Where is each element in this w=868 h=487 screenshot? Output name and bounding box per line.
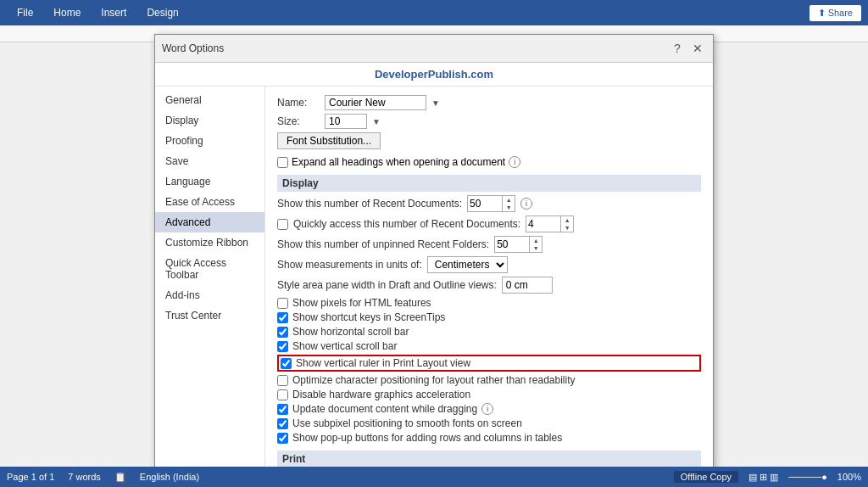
share-button[interactable]: ⬆ Share xyxy=(810,5,861,21)
show-shortcut-checkbox[interactable] xyxy=(277,312,288,323)
style-area-row: Style area pane width in Draft and Outli… xyxy=(277,277,701,294)
nav-item-advanced[interactable]: Advanced xyxy=(155,212,264,232)
font-substitution-button[interactable]: Font Substitution... xyxy=(277,132,381,149)
optimize-char-label: Optimize character positioning for layou… xyxy=(292,374,576,386)
nav-item-display[interactable]: Display xyxy=(155,110,264,131)
status-bar: Page 1 of 1 7 words 📋 English (India) Of… xyxy=(0,467,868,487)
nav-item-save[interactable]: Save xyxy=(155,151,264,171)
offline-badge: Offline Copy xyxy=(674,471,738,483)
show-pixels-checkbox[interactable] xyxy=(277,298,288,309)
recent-docs-up[interactable]: ▲ xyxy=(503,196,515,204)
unpinned-folders-spinner[interactable]: ▲ ▼ xyxy=(494,236,542,253)
status-left: Page 1 of 1 7 words 📋 English (India) xyxy=(7,472,199,483)
nav-item-trust-center[interactable]: Trust Center xyxy=(155,305,264,326)
nav-sidebar: General Display Proofing Save Language E… xyxy=(155,87,265,487)
font-name-row: Name: ▼ xyxy=(277,95,701,110)
unpinned-folders-label: Show this number of unpinned Recent Fold… xyxy=(277,238,489,250)
page-info: Page 1 of 1 xyxy=(7,472,54,482)
unpinned-folders-row: Show this number of unpinned Recent Fold… xyxy=(277,236,701,253)
recent-docs-info-icon[interactable]: i xyxy=(520,198,532,210)
title-bar: File Home Insert Design ⬆ Share xyxy=(0,0,868,25)
spell-check-icon: 📋 xyxy=(114,472,126,483)
help-button[interactable]: ? xyxy=(669,40,686,57)
quick-access-arrows: ▲ ▼ xyxy=(560,216,573,232)
menu-tabs: File Home Insert Design xyxy=(7,3,810,22)
nav-item-general[interactable]: General xyxy=(155,90,264,110)
main-content: Name: ▼ Size: ▼ Font Substitution... xyxy=(265,87,713,487)
dialog-website-header: DeveloperPublish.com xyxy=(155,63,713,87)
disable-hw-label: Disable hardware graphics acceleration xyxy=(292,389,470,400)
nav-item-customize-ribbon[interactable]: Customize Ribbon xyxy=(155,232,264,253)
nav-item-add-ins[interactable]: Add-ins xyxy=(155,285,264,305)
tab-file[interactable]: File xyxy=(7,3,43,22)
quick-access-recent-spinner[interactable]: ▲ ▼ xyxy=(526,216,574,232)
quick-access-up[interactable]: ▲ xyxy=(561,216,573,224)
expand-headings-info-icon[interactable]: i xyxy=(509,156,520,168)
style-area-input[interactable] xyxy=(502,277,553,294)
font-name-input[interactable] xyxy=(325,95,426,110)
show-pixels-label: Show pixels for HTML features xyxy=(292,297,431,309)
expand-headings-row: Expand all headings when opening a docum… xyxy=(277,156,701,168)
quick-access-recent-label: Quickly access this number of Recent Doc… xyxy=(293,218,520,230)
quick-access-recent-checkbox[interactable] xyxy=(277,219,288,230)
show-shortcut-row: Show shortcut keys in ScreenTips xyxy=(277,311,701,323)
measurements-select[interactable]: Centimeters Inches Millimeters Points Pi… xyxy=(427,256,508,273)
tab-home[interactable]: Home xyxy=(43,3,91,22)
close-button[interactable]: ✕ xyxy=(689,40,706,57)
zoom-level: 100% xyxy=(837,472,861,482)
use-subpixel-row: Use subpixel positioning to smooth fonts… xyxy=(277,417,701,429)
title-bar-right: ⬆ Share xyxy=(810,5,861,21)
tab-insert[interactable]: Insert xyxy=(91,3,136,22)
optimize-char-checkbox[interactable] xyxy=(277,375,288,386)
expand-headings-label: Expand all headings when opening a docum… xyxy=(292,156,505,168)
show-popup-checkbox[interactable] xyxy=(277,433,288,444)
unpinned-up[interactable]: ▲ xyxy=(530,237,542,244)
print-section-header: Print xyxy=(277,451,701,467)
disable-hw-checkbox[interactable] xyxy=(277,389,288,400)
show-vscroll-label: Show vertical scroll bar xyxy=(292,340,397,352)
measurements-label: Show measurements in units of: xyxy=(277,259,422,271)
use-subpixel-label: Use subpixel positioning to smooth fonts… xyxy=(292,417,522,429)
language[interactable]: English (India) xyxy=(140,472,199,482)
recent-docs-spinner[interactable]: ▲ ▼ xyxy=(467,195,515,212)
show-popup-row: Show pop-up buttons for adding rows and … xyxy=(277,432,701,444)
tab-design[interactable]: Design xyxy=(136,3,188,22)
quick-access-recent-input[interactable] xyxy=(526,216,560,232)
show-vruler-label: Show vertical ruler in Print Layout view xyxy=(296,357,470,369)
show-vruler-checkbox[interactable] xyxy=(281,358,292,369)
show-vscroll-checkbox[interactable] xyxy=(277,341,288,352)
font-size-label: Size: xyxy=(277,115,320,127)
show-vscroll-row: Show vertical scroll bar xyxy=(277,340,701,352)
recent-docs-label: Show this number of Recent Documents: xyxy=(277,198,462,210)
dialog-body: General Display Proofing Save Language E… xyxy=(155,87,713,487)
use-subpixel-checkbox[interactable] xyxy=(277,418,288,429)
font-size-dropdown-arrow[interactable]: ▼ xyxy=(372,117,381,126)
update-doc-checkbox[interactable] xyxy=(277,404,288,415)
status-right: Offline Copy ▤ ⊞ ▥ ─────● 100% xyxy=(674,471,861,483)
nav-item-proofing[interactable]: Proofing xyxy=(155,131,264,151)
update-doc-label: Update document content while dragging xyxy=(292,403,477,415)
font-name-dropdown-arrow[interactable]: ▼ xyxy=(431,98,440,108)
unpinned-down[interactable]: ▼ xyxy=(530,244,542,252)
recent-docs-row: Show this number of Recent Documents: ▲ … xyxy=(277,195,701,212)
expand-headings-checkbox[interactable] xyxy=(277,157,288,168)
update-doc-row: Update document content while dragging i xyxy=(277,403,701,415)
show-popup-label: Show pop-up buttons for adding rows and … xyxy=(292,432,562,444)
show-shortcut-label: Show shortcut keys in ScreenTips xyxy=(292,311,445,323)
nav-item-quick-access[interactable]: Quick Access Toolbar xyxy=(155,253,264,285)
font-size-input[interactable] xyxy=(325,114,367,129)
update-doc-info-icon[interactable]: i xyxy=(481,403,493,415)
nav-item-ease-of-access[interactable]: Ease of Access xyxy=(155,192,264,212)
measurements-row: Show measurements in units of: Centimete… xyxy=(277,256,701,273)
recent-docs-input[interactable] xyxy=(468,196,502,211)
show-pixels-row: Show pixels for HTML features xyxy=(277,297,701,309)
dialog-overlay: Word Options ? ✕ DeveloperPublish.com Ge… xyxy=(0,25,868,467)
recent-docs-down[interactable]: ▼ xyxy=(503,204,515,211)
disable-hw-row: Disable hardware graphics acceleration xyxy=(277,389,701,400)
quick-access-down[interactable]: ▼ xyxy=(561,224,573,232)
nav-item-language[interactable]: Language xyxy=(155,171,264,192)
zoom-slider[interactable]: ─────● xyxy=(788,472,827,482)
unpinned-folders-input[interactable] xyxy=(495,237,529,252)
word-count: 7 words xyxy=(68,472,101,482)
show-hscroll-checkbox[interactable] xyxy=(277,327,288,338)
